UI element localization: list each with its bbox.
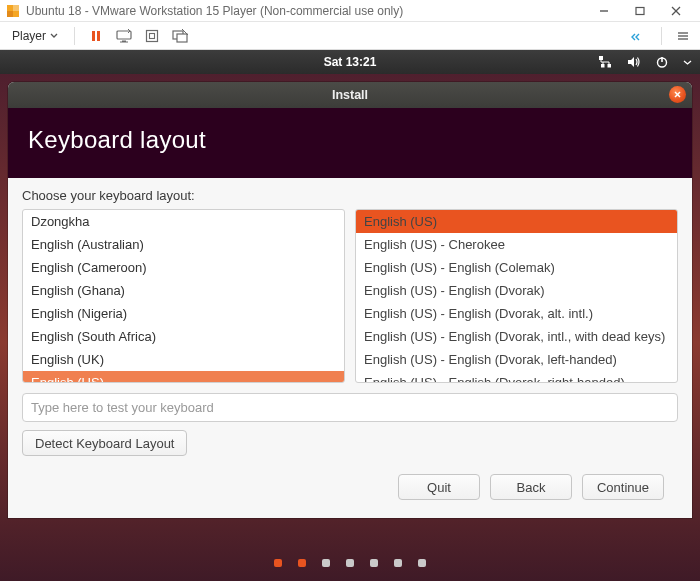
installer-window: Install Keyboard layout Choose your keyb…	[8, 82, 692, 518]
layout-list-item[interactable]: English (Ghana)	[23, 279, 344, 302]
variant-list-item[interactable]: English (US)	[356, 210, 677, 233]
layout-list-item[interactable]: English (UK)	[23, 348, 344, 371]
layout-list-item[interactable]: English (South Africa)	[23, 325, 344, 348]
continue-button[interactable]: Continue	[582, 474, 664, 500]
svg-rect-21	[608, 64, 612, 68]
ubuntu-top-panel: Sat 13:21	[0, 50, 700, 74]
variant-list[interactable]: English (US)English (US) - CherokeeEngli…	[355, 209, 678, 383]
layout-list-item[interactable]: English (US)	[23, 371, 344, 383]
svg-rect-14	[177, 34, 187, 42]
layout-list-item[interactable]: English (Nigeria)	[23, 302, 344, 325]
svg-rect-2	[7, 11, 13, 17]
power-icon[interactable]	[654, 54, 670, 70]
variant-list-item[interactable]: English (US) - English (Dvorak, alt. int…	[356, 302, 677, 325]
svg-rect-11	[147, 30, 158, 41]
svg-rect-9	[97, 31, 100, 41]
ubuntu-desktop: Sat 13:21 Install Keyboard layout	[0, 50, 700, 581]
progress-dot	[298, 559, 306, 567]
fullscreen-icon[interactable]	[141, 25, 163, 47]
svg-rect-8	[92, 31, 95, 41]
layout-list[interactable]: DzongkhaEnglish (Australian)English (Cam…	[22, 209, 345, 383]
detect-layout-button[interactable]: Detect Keyboard Layout	[22, 430, 187, 456]
svg-rect-1	[13, 5, 19, 11]
separator	[74, 27, 75, 45]
player-menu[interactable]: Player	[6, 27, 64, 45]
cycle-view-icon[interactable]	[629, 25, 651, 47]
variant-list-item[interactable]: English (US) - English (Dvorak, intl., w…	[356, 325, 677, 348]
panel-clock[interactable]: Sat 13:21	[324, 55, 377, 69]
chevron-down-icon	[50, 32, 58, 40]
layout-prompt: Choose your keyboard layout:	[22, 188, 678, 203]
close-icon	[673, 90, 682, 99]
layout-list-item[interactable]: English (Australian)	[23, 233, 344, 256]
progress-dot	[274, 559, 282, 567]
layout-list-item[interactable]: Dzongkha	[23, 210, 344, 233]
volume-icon[interactable]	[626, 54, 642, 70]
vmware-title: Ubuntu 18 - VMware Workstation 15 Player…	[26, 4, 403, 18]
window-maximize-button[interactable]	[622, 0, 658, 22]
chevron-down-icon[interactable]	[682, 54, 692, 70]
vmware-titlebar: Ubuntu 18 - VMware Workstation 15 Player…	[0, 0, 700, 22]
wizard-actions: Quit Back Continue	[22, 456, 678, 518]
variant-list-item[interactable]: English (US) - English (Colemak)	[356, 256, 677, 279]
quit-button[interactable]: Quit	[398, 474, 480, 500]
window-minimize-button[interactable]	[586, 0, 622, 22]
installer-header: Keyboard layout	[8, 108, 692, 178]
progress-dot	[394, 559, 402, 567]
install-progress-dots	[0, 559, 700, 567]
layout-list-item[interactable]: English (Cameroon)	[23, 256, 344, 279]
progress-dot	[418, 559, 426, 567]
unity-mode-icon[interactable]	[169, 25, 191, 47]
installer-title: Install	[332, 88, 368, 102]
toolbar-menu-icon[interactable]	[672, 25, 694, 47]
progress-dot	[346, 559, 354, 567]
installer-titlebar[interactable]: Install	[8, 82, 692, 108]
svg-rect-0	[7, 5, 13, 11]
progress-dot	[370, 559, 378, 567]
back-button[interactable]: Back	[490, 474, 572, 500]
variant-list-item[interactable]: English (US) - Cherokee	[356, 233, 677, 256]
svg-rect-20	[601, 64, 605, 68]
page-title: Keyboard layout	[28, 126, 672, 154]
window-close-button[interactable]	[658, 0, 694, 22]
pause-vm-icon[interactable]	[85, 25, 107, 47]
player-menu-label: Player	[12, 29, 46, 43]
separator	[661, 27, 662, 45]
variant-list-item[interactable]: English (US) - English (Dvorak, left-han…	[356, 348, 677, 371]
svg-rect-12	[150, 33, 155, 38]
variant-list-item[interactable]: English (US) - English (Dvorak, right-ha…	[356, 371, 677, 383]
installer-body: Choose your keyboard layout: DzongkhaEng…	[8, 178, 692, 518]
keyboard-test-input[interactable]	[22, 393, 678, 422]
progress-dot	[322, 559, 330, 567]
vmware-logo-icon	[6, 4, 20, 18]
variant-list-item[interactable]: English (US) - English (Dvorak)	[356, 279, 677, 302]
send-ctrl-alt-del-icon[interactable]	[113, 25, 135, 47]
network-icon[interactable]	[598, 54, 614, 70]
svg-rect-5	[636, 7, 644, 14]
vmware-toolbar: Player	[0, 22, 700, 50]
installer-close-button[interactable]	[669, 86, 686, 103]
svg-rect-3	[13, 11, 19, 17]
